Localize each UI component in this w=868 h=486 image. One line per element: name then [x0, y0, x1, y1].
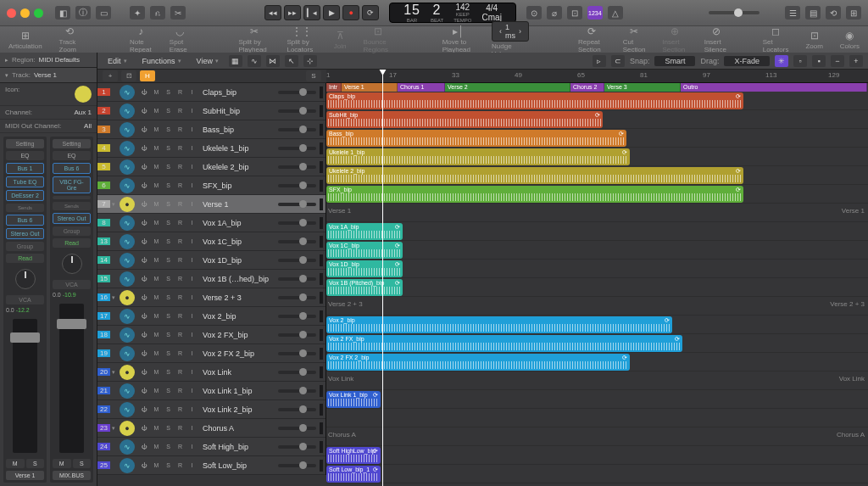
mute-button[interactable]: M — [151, 348, 162, 359]
region[interactable]: SubHit_bip⟳ — [326, 111, 603, 128]
region[interactable]: Vox 1D_bip⟳ — [326, 260, 403, 277]
track-row[interactable]: 20▾●⏻MSRIVox Link — [97, 363, 326, 382]
record-enable[interactable]: R — [175, 105, 186, 116]
record-enable[interactable]: R — [175, 422, 186, 433]
track-volume-slider[interactable] — [278, 128, 316, 131]
track-volume-slider[interactable] — [278, 240, 316, 243]
track-name[interactable]: Vox 2 FX_bip — [199, 331, 275, 339]
tool-colors[interactable]: ◉Colors — [840, 30, 860, 50]
volume-fader[interactable] — [13, 319, 37, 453]
track-row[interactable]: 6∿⏻MSRISFX_bip — [97, 176, 326, 195]
input-monitor[interactable]: I — [186, 385, 198, 396]
track-row[interactable]: 13∿⏻MSRIVox 1C_bip — [97, 232, 326, 251]
arrangement-markers[interactable]: IntrVerse 1Chorus 1Verse 2Chorus 2Verse … — [326, 83, 868, 92]
power-button[interactable]: ⏻ — [139, 385, 150, 396]
record-enable[interactable]: R — [175, 460, 186, 471]
waveform-zoom[interactable]: ✳ — [775, 55, 788, 67]
track-name[interactable]: Vox Link 2_bip — [199, 405, 275, 414]
region-inspector-header[interactable]: ▸Region: MIDI Defaults — [0, 53, 97, 68]
add-track-button[interactable]: + — [103, 70, 118, 81]
minimize-window[interactable] — [20, 8, 30, 18]
track-row[interactable]: 3∿⏻MSRIBass_bip — [97, 120, 326, 139]
region[interactable]: Vox 1B (Pitched)_bip⟳ — [326, 279, 403, 296]
input-monitor[interactable]: I — [186, 105, 198, 116]
region[interactable]: Soft Low_bip_1⟳ — [326, 466, 381, 483]
tool-cut-section[interactable]: ✂Cut Section — [623, 25, 646, 53]
tool-split-by-locators[interactable]: ⋮⋮Split by Locators — [287, 25, 316, 53]
track-inspector-header[interactable]: ▾Track: Verse 1 — [0, 68, 97, 83]
input-monitor[interactable]: I — [186, 329, 198, 340]
quick-help-toggle[interactable]: ▭ — [96, 6, 111, 20]
track-name[interactable]: Vox 1B (…hed)_bip — [199, 275, 275, 283]
record-enable[interactable]: R — [175, 87, 186, 98]
midi-out-value[interactable]: All — [84, 122, 92, 130]
browser-toggle[interactable]: ⊞ — [846, 6, 861, 20]
region[interactable]: Vox 1C_bip⟳ — [326, 242, 403, 259]
track-name[interactable]: Soft Low_bip — [199, 461, 275, 470]
region-lane[interactable]: Verse 2 + 3Verse 2 + 3 — [326, 297, 868, 316]
solo-button[interactable]: S — [163, 329, 174, 340]
channel-value[interactable]: Aux 1 — [75, 109, 92, 116]
record-enable[interactable]: R — [175, 161, 186, 172]
region-lane[interactable]: Soft Low_bip_1⟳ — [326, 465, 868, 483]
track-name[interactable]: Soft High_bip — [199, 443, 275, 451]
play-button[interactable]: ▶ — [323, 5, 340, 20]
close-window[interactable] — [7, 8, 16, 18]
record-enable[interactable]: R — [175, 404, 186, 415]
snap-value[interactable]: Smart — [654, 56, 695, 66]
region[interactable]: Vox 2 FX_bip⟳ — [326, 335, 682, 352]
solo-button[interactable]: S — [163, 124, 174, 135]
track-volume-slider[interactable] — [278, 371, 316, 374]
solo-button[interactable]: S — [163, 310, 174, 321]
marker-verse-1[interactable]: Verse 1 — [342, 83, 398, 92]
region[interactable]: Vox 1A_bip⟳ — [326, 223, 403, 240]
power-button[interactable]: ⏻ — [139, 441, 150, 452]
inspector-toggle[interactable]: ⓘ — [75, 6, 91, 20]
solo-button[interactable]: S — [163, 198, 174, 209]
tool-track-zoom[interactable]: ⟲Track Zoom — [59, 25, 81, 53]
track-name[interactable]: Vox 2_bip — [199, 312, 275, 321]
more-button[interactable]: △ — [608, 6, 623, 20]
record-enable[interactable]: R — [175, 292, 186, 303]
edit-menu[interactable]: Edit — [103, 55, 132, 67]
list-editors-toggle[interactable]: ☰ — [785, 6, 800, 20]
tool-move-to-playhead[interactable]: ▸│Move to Playhead — [442, 25, 475, 53]
marker-verse-2[interactable]: Verse 2 — [445, 83, 570, 92]
mute-button[interactable]: M — [151, 273, 162, 284]
track-row[interactable]: 5∿⏻MSRIUkelele 2_bip — [97, 158, 326, 176]
region-lane[interactable]: Vox Link 1_bip⟳ — [326, 390, 868, 409]
track-name[interactable]: Vox Link 1_bip — [199, 387, 275, 395]
input-monitor[interactable]: I — [186, 273, 198, 284]
automation-icon[interactable]: ∿ — [248, 55, 261, 67]
grid-icon[interactable]: ▦ — [229, 55, 242, 67]
region-lane[interactable]: SFX_bip⟳ — [326, 185, 868, 204]
mute-button[interactable]: M — [151, 404, 162, 415]
power-button[interactable]: ⏻ — [139, 161, 150, 172]
solo-button[interactable]: S — [163, 292, 174, 303]
track-volume-slider[interactable] — [278, 259, 316, 262]
region-lane[interactable]: Claps_bip⟳ — [326, 92, 868, 110]
solo-button[interactable]: S — [163, 254, 174, 265]
power-button[interactable]: ⏻ — [139, 254, 150, 265]
power-button[interactable]: ⏻ — [139, 329, 150, 340]
mute-button[interactable]: M — [151, 292, 162, 303]
region-lane[interactable]: Vox 1D_bip⟳ — [326, 260, 868, 278]
record-enable[interactable]: R — [175, 441, 186, 452]
region-lane[interactable]: Ukelele 1_bip⟳ — [326, 148, 868, 166]
smart-controls-toggle[interactable]: ⎌ — [150, 6, 165, 20]
record-enable[interactable]: R — [175, 236, 186, 247]
mute-button[interactable]: M — [151, 124, 162, 135]
region-lane[interactable]: Vox LinkVox Link — [326, 371, 868, 390]
power-button[interactable]: ⏻ — [139, 180, 150, 191]
record-button[interactable]: ● — [342, 5, 359, 20]
tool-note-repeat[interactable]: ♪Note Repeat — [130, 25, 153, 53]
input-monitor[interactable]: I — [186, 441, 198, 452]
tool-set-locators[interactable]: ◻Set Locators — [763, 25, 789, 53]
track-volume-slider[interactable] — [278, 427, 316, 430]
mute-button[interactable]: M — [151, 441, 162, 452]
forward-button[interactable]: ▸▸ — [284, 5, 301, 20]
track-row[interactable]: 16▾●⏻MSRIVerse 2 + 3 — [97, 288, 326, 307]
input-monitor[interactable]: I — [186, 161, 198, 172]
input-monitor[interactable]: I — [186, 217, 198, 228]
power-button[interactable]: ⏻ — [139, 310, 150, 321]
